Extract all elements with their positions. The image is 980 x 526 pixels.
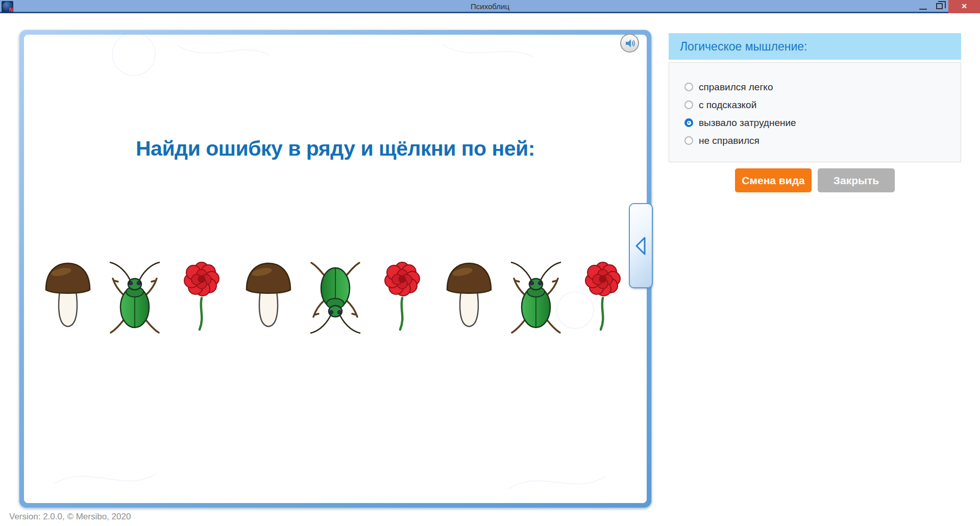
window-title: Психоблиц <box>0 0 980 13</box>
radio-option-2[interactable]: с подсказкой <box>684 96 961 114</box>
radio-option-3[interactable]: вызвало затруднение <box>684 114 961 132</box>
radio-icon[interactable] <box>684 136 693 145</box>
radio-label: справился легко <box>699 82 773 93</box>
radio-icon[interactable] <box>684 118 693 127</box>
game-frame: Найди ошибку в ряду и щёлкни по ней: <box>19 30 652 508</box>
titlebar: N Психоблиц ✕ <box>0 0 980 13</box>
triangle-left-icon <box>632 232 650 260</box>
options-box: справился легко с подсказкой вызвало зат… <box>669 62 961 162</box>
restore-button[interactable] <box>933 0 948 13</box>
radio-label: вызвало затруднение <box>699 117 796 129</box>
row-item-mushroom[interactable] <box>40 258 96 337</box>
row-item-flower[interactable] <box>374 258 430 337</box>
radio-option-4[interactable]: не справился <box>684 132 961 149</box>
panel-header: Логическое мышление: <box>669 33 961 60</box>
row-item-flower[interactable] <box>174 258 230 337</box>
row-item-mushroom[interactable] <box>240 258 297 337</box>
panel-collapse-tab[interactable] <box>629 203 653 288</box>
radio-icon[interactable] <box>684 101 693 109</box>
close-window-button[interactable]: ✕ <box>948 0 980 13</box>
radio-icon[interactable] <box>684 83 693 91</box>
sound-button[interactable] <box>620 34 639 53</box>
row-item-mushroom[interactable] <box>441 258 497 337</box>
radio-option-1[interactable]: справился легко <box>684 78 961 96</box>
minimize-button[interactable] <box>915 0 932 13</box>
minimize-icon <box>919 9 927 10</box>
items-row <box>24 258 647 337</box>
row-item-beetle[interactable] <box>508 258 564 337</box>
game-canvas: Найди ошибку в ряду и щёлкни по ней: <box>24 35 647 503</box>
row-item-beetle[interactable] <box>107 258 163 337</box>
version-text: Version: 2.0.0, © Mersibo, 2020 <box>9 512 131 522</box>
row-item-flower[interactable] <box>575 258 631 337</box>
restore-icon <box>936 3 943 9</box>
radio-label: с подсказкой <box>699 99 756 111</box>
change-view-button[interactable]: Смена вида <box>735 168 812 192</box>
radio-label: не справился <box>699 135 760 146</box>
row-item-beetle-rotated[interactable] <box>307 258 363 337</box>
close-panel-button[interactable]: Закрыть <box>818 168 895 192</box>
close-icon: ✕ <box>961 2 967 10</box>
speaker-icon <box>624 38 635 49</box>
question-text: Найди ошибку в ряду и щёлкни по ней: <box>24 137 647 161</box>
